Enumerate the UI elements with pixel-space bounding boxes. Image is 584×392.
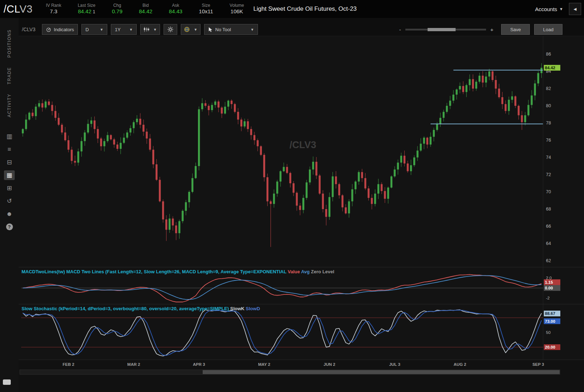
zoom-slider-thumb[interactable] [428, 28, 456, 31]
quote-field-volume: Volume106K [230, 3, 244, 15]
indicators-icon [46, 27, 51, 32]
sidebar-icon-stack: ▥≡⊟▦⊞↺☻? [4, 132, 15, 232]
zoom-in-button[interactable]: + [490, 27, 494, 33]
svg-text:MAY 2: MAY 2 [258, 362, 270, 367]
quote-fields: IV Rank7.3Last Size84.421Chg0.79Bid84.42… [46, 3, 244, 15]
svg-text:APR 3: APR 3 [193, 362, 205, 367]
quote-field-extra: 1 [93, 9, 95, 15]
apps-icon[interactable]: ⊞ [4, 183, 15, 193]
svg-text:82: 82 [546, 86, 551, 91]
quote-field-last-size: Last Size84.421 [78, 3, 95, 15]
toolbar-symbol-label: /CLV3 [22, 27, 36, 32]
collapse-panel-button[interactable]: ◀ [569, 3, 581, 15]
sidebar-item-trade[interactable]: TRADE [7, 67, 12, 84]
indicators-label: Indicators [54, 27, 74, 32]
tool-dropdown[interactable]: No Tool ▼ [204, 24, 258, 35]
quote-header: /CLV3 IV Rank7.3Last Size84.421Chg0.79Bi… [0, 0, 584, 18]
timeframe-dropdown[interactable]: D▼ [81, 24, 107, 35]
chat-bubble-icon[interactable] [3, 379, 11, 385]
svg-text:JUL 3: JUL 3 [389, 362, 400, 367]
indicators-button[interactable]: Indicators [42, 24, 78, 35]
chevron-down-icon: ▼ [559, 7, 563, 11]
svg-text:66: 66 [546, 224, 551, 229]
chevron-down-icon: ▼ [100, 28, 103, 32]
svg-text:76: 76 [546, 138, 551, 143]
svg-text:Slow Stochastic (kPeriod=14, d: Slow Stochastic (kPeriod=14, dPeriod=3, … [22, 306, 260, 311]
svg-text:JUN 2: JUN 2 [324, 362, 335, 367]
chart-toolbar: /CLV3 Indicators D▼ 1Y▼ ▼ [20, 23, 562, 36]
quote-field-label: Last Size [78, 3, 95, 8]
chart-canvas[interactable]: /CLV38684828078767472706866646284.42MACD… [19, 36, 584, 392]
people-icon[interactable]: ☻ [4, 209, 15, 219]
accounts-dropdown[interactable]: Accounts ▼ [535, 6, 563, 12]
history-icon[interactable]: ↺ [4, 196, 15, 206]
svg-text:AUG 2: AUG 2 [454, 362, 466, 367]
svg-text:-2: -2 [546, 296, 550, 300]
chevron-down-icon: ▼ [153, 28, 157, 32]
svg-text:80: 80 [546, 103, 551, 108]
chart-icon[interactable]: ▥ [4, 132, 15, 141]
svg-text:MAR 2: MAR 2 [127, 362, 140, 367]
left-sidebar: POSITIONSTRADEACTIVITY ▥≡⊟▦⊞↺☻? [0, 18, 19, 392]
svg-text:50: 50 [546, 330, 551, 335]
quote-field-value: 84.43 [169, 8, 183, 15]
quote-field-label: Chg [113, 3, 121, 8]
quote-field-label: Volume [230, 3, 244, 8]
chart-scrollbar-thumb[interactable] [203, 370, 560, 374]
help-glyph: ? [6, 223, 13, 230]
chart-settings-button[interactable] [164, 24, 177, 35]
quote-field-ask: Ask84.43 [169, 3, 183, 15]
quote-field-size: Size10x11 [199, 3, 213, 15]
quote-field-bid: Bid84.42 [139, 3, 152, 15]
sidebar-item-positions[interactable]: POSITIONS [7, 29, 12, 58]
orders-icon[interactable]: ⊟ [4, 157, 15, 167]
svg-text:MACDTwoLines(tw) MACD Two Line: MACDTwoLines(tw) MACD Two Lines (Fast Le… [22, 269, 334, 274]
grid-icon[interactable]: ▦ [4, 170, 15, 180]
range-dropdown[interactable]: 1Y▼ [111, 24, 137, 35]
svg-text:88.67: 88.67 [545, 311, 555, 316]
sidebar-item-activity[interactable]: ACTIVITY [7, 94, 12, 117]
svg-text:FEB 2: FEB 2 [63, 362, 75, 367]
svg-text:73.00: 73.00 [545, 319, 555, 323]
zoom-slider[interactable] [405, 29, 486, 30]
tool-label: No Tool [215, 27, 246, 32]
quote-field-label: Bid [142, 3, 149, 8]
contract-title: Light Sweet Crude Oil Futures, Oct-23 [253, 5, 357, 13]
load-button[interactable]: Load [534, 24, 562, 35]
svg-text:1.15: 1.15 [545, 280, 553, 284]
svg-text:68: 68 [546, 207, 551, 212]
list-icon[interactable]: ≡ [4, 145, 15, 154]
drawings-dropdown[interactable]: ▼ [181, 24, 201, 35]
zoom-out-button[interactable]: - [399, 27, 401, 33]
help-icon[interactable]: ? [4, 222, 15, 232]
chart-panel: /CLV3 Indicators D▼ 1Y▼ ▼ [19, 18, 584, 392]
symbol-title: /CLV3 [0, 3, 46, 15]
svg-text:SEP 3: SEP 3 [532, 362, 544, 367]
svg-text:72: 72 [546, 172, 551, 177]
quote-field-value: 10x11 [199, 8, 213, 15]
chevron-down-icon: ▼ [194, 28, 197, 32]
candlestick-icon [143, 27, 149, 32]
accounts-label: Accounts [535, 6, 557, 12]
svg-text:86: 86 [546, 52, 551, 57]
save-button[interactable]: Save [501, 24, 530, 35]
cursor-icon [208, 27, 213, 32]
svg-text:64: 64 [546, 241, 551, 246]
svg-text:74: 74 [546, 155, 551, 160]
svg-text:78: 78 [546, 121, 551, 126]
chevron-down-icon: ▼ [250, 28, 254, 32]
quote-field-value: 0.79 [112, 8, 122, 15]
sidebar-tabs: POSITIONSTRADEACTIVITY [7, 18, 12, 117]
chart-type-dropdown[interactable]: ▼ [140, 24, 160, 35]
svg-text:70: 70 [546, 189, 551, 194]
quote-field-value: 84.42 [78, 8, 91, 15]
chevron-down-icon: ▼ [129, 28, 133, 32]
svg-text:0.00: 0.00 [545, 286, 553, 290]
quote-field-value: 106K [231, 8, 243, 15]
svg-text:84.42: 84.42 [545, 66, 555, 70]
quote-field-value: 7.3 [50, 8, 57, 15]
quote-field-label: IV Rank [46, 3, 61, 8]
quote-field-chg: Chg0.79 [112, 3, 122, 15]
svg-text:/CLV3: /CLV3 [289, 140, 316, 150]
quote-field-iv-rank: IV Rank7.3 [46, 3, 61, 15]
